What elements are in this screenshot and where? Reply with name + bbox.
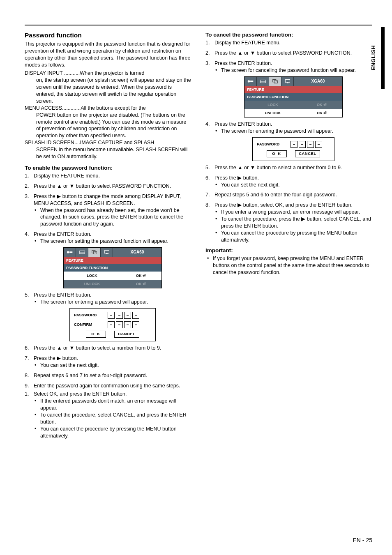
step-text: Repeat steps 5 and 6 to enter the four-d… — [214, 192, 337, 198]
cancel-steps: Display the FEATURE menu. Press the ▲ or… — [205, 39, 372, 243]
password-buttons: O K CANCEL — [74, 331, 151, 338]
bullet-text: You can cancel the procedure by pressing… — [40, 426, 177, 439]
top-rule — [25, 25, 372, 25]
right-column: To cancel the password function: Display… — [205, 31, 372, 443]
unlock-ok: OK ⏎ — [120, 281, 161, 287]
bullet: If you forget your password, keep pressi… — [205, 255, 372, 276]
enable-heading: To enable the password function: — [25, 164, 191, 172]
svg-rect-9 — [250, 81, 253, 82]
bullet: You can cancel the procedure by pressing… — [34, 426, 191, 440]
mode-splash-id: SPLASH ID SCREEN....IMAGE CAPTURE and SP… — [25, 139, 191, 160]
step-1: Display the FEATURE menu. — [205, 39, 372, 46]
page-footer: EN - 25 — [353, 537, 372, 544]
enter-icon: ⏎ — [143, 274, 146, 278]
menu-screenshot-lock: XGA60 FEATURE PASSWORD FUNCTION LOCK OK … — [63, 247, 162, 289]
step-7: Repeat steps 5 and 6 to enter the four-d… — [205, 191, 372, 198]
tab-icon — [244, 77, 257, 86]
step-1: Display the FEATURE menu. — [25, 173, 191, 180]
step-4: Press the ENTER button. The screen for s… — [25, 231, 191, 288]
menu-tabs: XGA60 — [244, 77, 342, 86]
digit: – — [124, 321, 131, 328]
menu-lock-row: LOCK OK ⏎ — [244, 101, 342, 109]
bullet: The screen for setting the password func… — [34, 238, 191, 245]
bullet: The screen for canceling the password fu… — [214, 67, 372, 74]
step-6: Press the ▶ button. You can set the next… — [205, 175, 372, 189]
menu-password-sub: PASSWORD FUNCTION — [64, 264, 161, 272]
dots: ............. — [62, 105, 81, 112]
step-10-bullets: If the entered passwords don't match, an… — [34, 398, 191, 439]
step-text: Press the ▲ or ▼ button to select PASSWO… — [34, 183, 171, 189]
step-text: Display the FEATURE menu. — [34, 173, 100, 179]
menu-tabs: XGA60 — [64, 248, 161, 257]
step-text: Press the ▶ button to change the mode am… — [34, 193, 181, 206]
tab-icon — [257, 77, 269, 86]
tab-icon — [64, 248, 76, 257]
step-6-bullets: You can set the next digit. — [214, 182, 372, 189]
mode-term: DISPLAY INPUT — [25, 70, 63, 77]
step-3: Press the ▶ button to change the mode am… — [25, 193, 191, 228]
step-7-bullets: You can set the next digit. — [34, 362, 191, 369]
cancel-button: CANCEL — [114, 331, 139, 338]
enter-icon: ⏎ — [323, 103, 327, 107]
dots: .... — [74, 139, 80, 146]
cancel-button: CANCEL — [295, 150, 320, 157]
menu-unlock-row: UNLOCK OK ⏎ — [244, 109, 342, 117]
digit: – — [108, 312, 115, 319]
cancel-heading: To cancel the password function: — [205, 31, 372, 39]
tab-icon-selected — [269, 77, 281, 86]
menu-feature-header: FEATURE — [64, 257, 161, 264]
bullet-text: If you forget your password, keep pressi… — [213, 256, 369, 275]
enter-icon: ⏎ — [143, 282, 146, 286]
menu-feature-header: FEATURE — [244, 86, 342, 93]
mode-desc-cont: on, the startup screen (or splash screen… — [25, 77, 191, 105]
menu-lock-row: LOCK OK ⏎ — [64, 272, 161, 280]
intro-paragraph: This projector is equipped with the pass… — [25, 41, 191, 69]
step-6: Press the ▲ or ▼ button to select a numb… — [25, 345, 191, 352]
mode-term: SPLASH ID SCREEN — [25, 139, 74, 146]
important-bullets: If you forget your password, keep pressi… — [205, 255, 372, 276]
confirm-label: CONFIRM — [74, 322, 103, 327]
bullet-text: To cancel the procedure, press the ▶ but… — [221, 216, 371, 229]
unlock-ok: OK ⏎ — [301, 110, 342, 116]
important-heading: Important: — [205, 247, 372, 254]
step-5: Press the ▲ or ▼ button to select a numb… — [205, 164, 372, 171]
step-3-bullets: The screen for canceling the password fu… — [214, 67, 372, 74]
svg-rect-7 — [106, 253, 108, 254]
bullet-text: The screen for canceling the password fu… — [221, 67, 356, 73]
lock-label: LOCK — [244, 101, 301, 108]
bullet-text: You can set the next digit. — [40, 362, 99, 368]
password-label: PASSWORD — [74, 313, 103, 318]
bullet: The screen for entering a password will … — [34, 299, 191, 306]
mode-term: MENU ACCESS — [25, 105, 62, 112]
enable-steps: Display the FEATURE menu. Press the ▲ or… — [25, 173, 191, 389]
step-4: Press the ENTER button. The screen for e… — [205, 121, 372, 161]
step-7: Press the ▶ button. You can set the next… — [25, 355, 191, 369]
step-text: Press the ▶ button, select OK, and press… — [214, 202, 353, 208]
bullet-text: When the password has already been set, … — [40, 207, 183, 227]
step-5: Press the ENTER button. The screen for e… — [25, 292, 191, 341]
step-10: Select OK, and press the ENTER button. I… — [25, 391, 191, 439]
left-column: Password function This projector is equi… — [25, 31, 191, 443]
digit: – — [299, 141, 306, 148]
mode-definitions: DISPLAY INPUT ...........When the projec… — [25, 70, 191, 160]
bullet-text: The screen for entering a password will … — [40, 299, 148, 305]
unlock-label: UNLOCK — [244, 110, 301, 116]
mode-desc-cont: POWER button on the projector are disabl… — [25, 112, 191, 140]
svg-rect-14 — [285, 79, 290, 82]
digit: – — [307, 141, 314, 148]
digit: – — [132, 312, 139, 319]
mode-display-input: DISPLAY INPUT ...........When the projec… — [25, 70, 191, 104]
digit: – — [116, 321, 123, 328]
step-text: Enter the password again for confirmatio… — [34, 383, 180, 389]
password-buttons: O K CANCEL — [257, 150, 330, 157]
menu-screenshot-unlock: XGA60 FEATURE PASSWORD FUNCTION LOCK OK … — [244, 76, 343, 118]
step-text: Display the FEATURE menu. — [214, 40, 281, 46]
step-8: Press the ▶ button, select OK, and press… — [205, 202, 372, 243]
step-text: Press the ▲ or ▼ button to select PASSWO… — [214, 50, 352, 56]
step-text: Press the ▶ button. — [214, 175, 259, 181]
enter-icon: ⏎ — [323, 111, 327, 115]
step-text: Press the ▲ or ▼ button to select a numb… — [214, 165, 342, 170]
tab-icon-selected — [88, 248, 101, 257]
password-digits: – – – – — [108, 312, 139, 319]
bullet: The screen for entering the password wil… — [214, 128, 372, 135]
